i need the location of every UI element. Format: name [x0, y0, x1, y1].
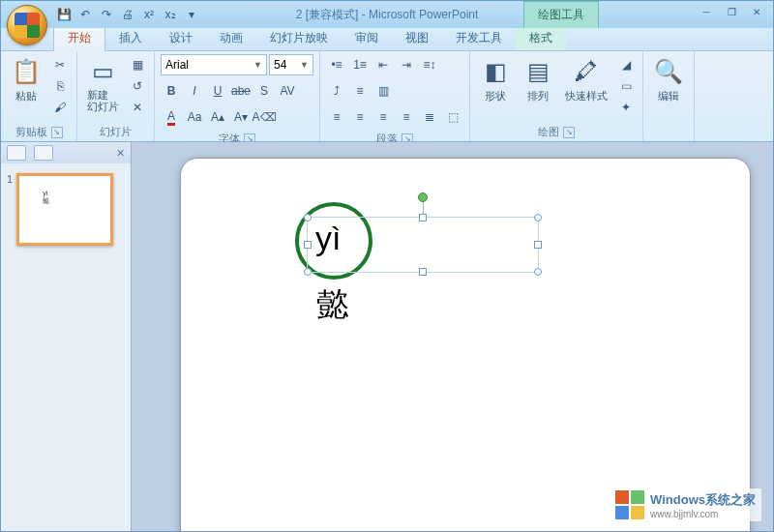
rotation-handle[interactable]	[418, 192, 428, 202]
slide[interactable]: yì 懿	[180, 158, 751, 531]
underline-button[interactable]: U	[207, 80, 228, 102]
bullets-button[interactable]: •≡	[326, 54, 347, 75]
numbering-button[interactable]: 1≡	[349, 54, 371, 75]
print-icon[interactable]: 🖨	[119, 6, 136, 23]
superscript-icon[interactable]: x²	[140, 6, 158, 23]
layout-icon[interactable]: ▦	[127, 54, 148, 75]
cut-icon[interactable]: ✂	[49, 54, 71, 75]
align-right-button[interactable]: ≡	[372, 106, 394, 128]
text-box[interactable]: yì	[307, 217, 539, 273]
clipboard-group-label: 剪贴板	[15, 125, 47, 139]
shapes-button[interactable]: ◧形状	[476, 54, 515, 105]
arrange-icon: ▤	[522, 56, 553, 87]
change-case-button[interactable]: Aa	[184, 106, 205, 128]
shapes-icon: ◧	[480, 56, 511, 87]
indent-increase-button[interactable]: ⇥	[396, 54, 417, 75]
tab-design[interactable]: 设计	[156, 26, 206, 50]
resize-handle-tl[interactable]	[304, 214, 312, 222]
windows-logo-icon	[615, 490, 644, 519]
close-button[interactable]: ✕	[746, 7, 767, 22]
contextual-tab-group: 绘图工具	[523, 1, 599, 28]
resize-handle-bl[interactable]	[304, 268, 312, 276]
copy-icon[interactable]: ⎘	[49, 75, 71, 97]
tab-developer[interactable]: 开发工具	[442, 26, 516, 50]
font-name-value: Arial	[165, 58, 189, 72]
text-content[interactable]: yì	[308, 218, 538, 259]
clipboard-launcher[interactable]: ↘	[51, 127, 63, 138]
redo-icon[interactable]: ↷	[98, 6, 115, 23]
strikethrough-button[interactable]: abe	[230, 80, 252, 102]
tab-slideshow[interactable]: 幻灯片放映	[256, 26, 342, 50]
tab-insert[interactable]: 插入	[105, 26, 156, 50]
drawing-launcher[interactable]: ↘	[563, 127, 575, 138]
office-button[interactable]	[7, 5, 47, 45]
new-slide-button[interactable]: ▭ 新建 幻灯片	[83, 54, 123, 114]
resize-handle-b[interactable]	[419, 268, 427, 276]
new-slide-label: 新建 幻灯片	[87, 89, 119, 112]
italic-button[interactable]: I	[184, 80, 205, 102]
slide-thumbnail[interactable]: yì懿	[16, 173, 113, 246]
shape-fill-button[interactable]: ◢	[615, 54, 637, 75]
shadow-button[interactable]: S	[253, 80, 275, 102]
watermark: Windows系统之家 www.bjjmlv.com	[610, 488, 761, 521]
thumbnail-item[interactable]: 1 yì懿	[1, 163, 131, 255]
shape-effects-button[interactable]: ✦	[615, 97, 637, 118]
minimize-button[interactable]: ─	[696, 7, 717, 22]
save-icon[interactable]: 💾	[55, 6, 73, 23]
line-spacing-button[interactable]: ≡↕	[419, 54, 440, 75]
font-size-combo[interactable]: 54▼	[269, 54, 313, 75]
smartart-button[interactable]: ⬚	[442, 106, 463, 128]
text-direction-button[interactable]: ⤴	[326, 80, 347, 102]
quick-styles-button[interactable]: 🖍快速样式	[561, 54, 611, 105]
editing-label: 编辑	[658, 89, 679, 103]
slide-canvas[interactable]: yì 懿	[132, 142, 773, 531]
chinese-character[interactable]: 懿	[316, 282, 349, 327]
align-center-button[interactable]: ≡	[349, 106, 371, 128]
align-justify-button[interactable]: ≡	[396, 106, 417, 128]
group-paragraph: •≡ 1≡ ⇤ ⇥ ≡↕ ⤴ ≡ ▥ ≡ ≡ ≡ ≡ ≣ ⬚ 段落↘	[320, 51, 470, 141]
restore-button[interactable]: ❐	[721, 7, 742, 22]
resize-handle-r[interactable]	[534, 241, 542, 249]
char-spacing-button[interactable]: AV	[277, 80, 298, 102]
qat-more-icon[interactable]: ▾	[183, 6, 200, 23]
indent-decrease-button[interactable]: ⇤	[372, 54, 394, 75]
slides-tab[interactable]	[7, 145, 26, 161]
subscript-icon[interactable]: x₂	[162, 6, 179, 23]
font-name-combo[interactable]: Arial▼	[161, 54, 267, 75]
tab-home[interactable]: 开始	[53, 25, 105, 51]
font-color-button[interactable]: A	[161, 106, 182, 128]
shrink-font-button[interactable]: A▾	[230, 106, 252, 128]
distributed-button[interactable]: ≣	[419, 106, 440, 128]
columns-button[interactable]: ▥	[372, 80, 394, 102]
grow-font-button[interactable]: A▴	[207, 106, 228, 128]
title-bar: 💾 ↶ ↷ 🖨 x² x₂ ▾ 2 [兼容模式] - Microsoft Pow…	[1, 1, 773, 28]
tab-format[interactable]: 格式	[516, 26, 566, 50]
panel-tabs: ✕	[1, 142, 131, 163]
paste-button[interactable]: 📋 粘贴	[7, 54, 45, 105]
slides-group-label: 幻灯片	[100, 125, 132, 139]
outline-tab[interactable]	[34, 145, 53, 161]
arrange-button[interactable]: ▤排列	[519, 54, 557, 105]
editing-button[interactable]: 🔍编辑	[649, 54, 688, 105]
resize-handle-l[interactable]	[304, 241, 312, 249]
shape-outline-button[interactable]: ▭	[615, 75, 637, 97]
tab-animations[interactable]: 动画	[206, 26, 256, 50]
quick-styles-icon: 🖍	[571, 56, 602, 87]
resize-handle-t[interactable]	[419, 214, 427, 222]
format-painter-icon[interactable]: 🖌	[49, 97, 71, 118]
delete-slide-icon[interactable]: ✕	[127, 97, 148, 118]
tab-view[interactable]: 视图	[392, 26, 442, 50]
bold-button[interactable]: B	[161, 80, 182, 102]
align-text-button[interactable]: ≡	[349, 80, 371, 102]
group-editing: 🔍编辑	[643, 51, 695, 141]
resize-handle-br[interactable]	[534, 268, 542, 276]
tab-review[interactable]: 审阅	[342, 26, 392, 50]
align-left-button[interactable]: ≡	[326, 106, 347, 128]
resize-handle-tr[interactable]	[534, 214, 542, 222]
reset-icon[interactable]: ↺	[127, 75, 148, 97]
panel-close-button[interactable]: ✕	[116, 147, 125, 160]
drawing-group-label: 绘图	[538, 125, 559, 139]
undo-icon[interactable]: ↶	[76, 6, 94, 23]
slides-panel: ✕ 1 yì懿	[1, 142, 132, 531]
clear-formatting-button[interactable]: A⌫	[253, 106, 275, 128]
